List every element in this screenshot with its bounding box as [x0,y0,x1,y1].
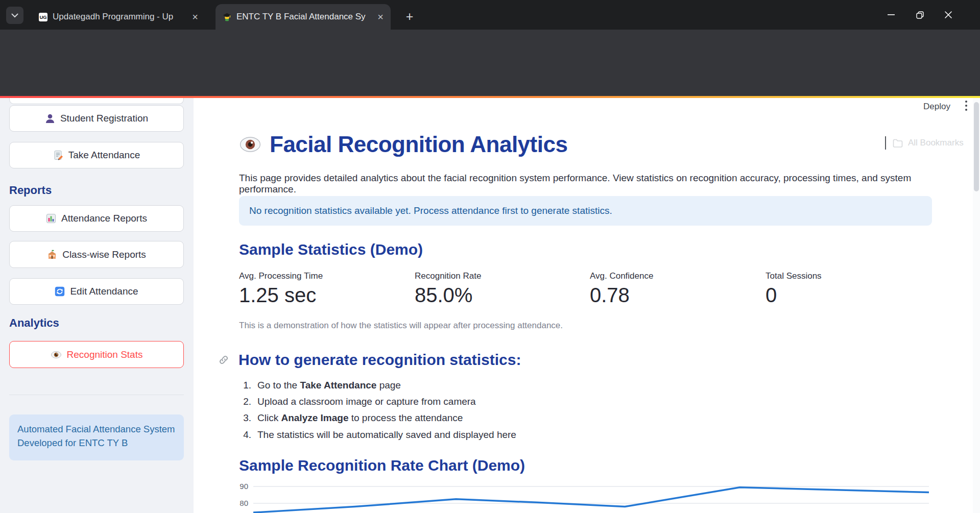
step-number: 1. [239,380,251,391]
stats-heading: Sample Statistics (Demo) [239,241,423,258]
sidebar-button-recognition-stats[interactable]: Recognition Stats [9,341,184,368]
sidebar-section-analytics: Analytics [9,316,178,330]
link-icon[interactable] [218,354,229,365]
page-title: Facial Recognition Analytics [270,132,567,157]
person-icon [45,113,55,124]
sidebar-button-student-registration[interactable]: Student Registration [9,105,184,132]
howto-heading-row: How to generate recognition statistics: [218,351,521,369]
step-number: 3. [239,412,251,424]
school-icon [47,250,57,260]
tab-updategadh[interactable]: UG Updategadh Programming - Up × [32,4,205,30]
sidebar-button-label: Attendance Reports [61,213,147,224]
window-close-button[interactable] [936,0,961,30]
metric-label: Total Sessions [766,271,934,281]
eye-icon [51,350,62,359]
sidebar-info-line1: Automated Facial Attendance System [17,423,176,436]
howto-heading: How to generate recognition statistics: [238,351,521,369]
memo-icon [53,150,63,160]
tab-close-icon[interactable]: × [192,12,198,22]
metric-value: 0.78 [590,284,758,307]
info-alert: No recognition statistics available yet.… [239,196,932,226]
deploy-button[interactable]: Deploy [923,100,950,113]
tab-title: ENTC TY B Facial Attendance Sy [236,12,372,22]
browser-tab-strip: UG Updategadh Programming - Up × ENTC TY… [0,0,980,30]
eye-title-icon [239,135,261,154]
graduate-favicon-icon [223,13,231,21]
metric-value: 85.0% [415,284,583,307]
sidebar-info-box: Automated Facial Attendance System Devel… [9,414,184,460]
tab-close-icon[interactable]: × [377,12,384,22]
tab-search-button[interactable] [6,7,23,24]
all-bookmarks-label: All Bookmarks [908,138,964,148]
bar-chart-icon [46,213,56,224]
bookmarks-separator [885,136,886,150]
close-icon [945,11,952,18]
folder-icon [893,139,903,148]
tab-title: Updategadh Programming - Up [53,12,187,22]
chart-y-tick-label: 90 [240,482,248,491]
window-minimize-button[interactable] [878,0,904,30]
sidebar-section-reports: Reports [9,184,178,197]
sidebar-button-take-attendance[interactable]: Take Attendance [9,142,184,168]
bookmarks-bar: All Bookmarks [0,63,980,96]
step-number: 2. [239,396,251,407]
all-bookmarks-button[interactable]: All Bookmarks [893,135,964,151]
demo-caption: This is a demonstration of how the stati… [239,321,563,331]
new-tab-button[interactable]: + [401,8,418,25]
metric-value: 1.25 sec [239,284,408,307]
chart-heading: Sample Recognition Rate Chart (Demo) [239,457,525,474]
window-restore-button[interactable] [907,0,933,30]
info-alert-text: No recognition statistics available yet.… [249,205,612,216]
chart-y-tick-label: 80 [240,499,248,507]
chevron-down-icon [11,13,18,18]
sidebar-button-label: Class-wise Reports [62,249,146,260]
screen: UG Updategadh Programming - Up × ENTC TY… [0,0,980,513]
sidebar-button-label: Recognition Stats [67,349,143,360]
restore-icon [916,11,924,19]
ug-favicon-icon: UG [39,13,47,21]
metric-label: Avg. Confidence [590,271,758,281]
howto-step: 1. Go to the Take Attendance page [239,380,401,391]
sidebar-info-line2: Developed for ENTC TY B [17,436,176,450]
sidebar-button-edit-attendance[interactable]: Edit Attendance [9,278,184,305]
howto-step: 4. The statistics will be automatically … [239,429,516,441]
metric-label: Recognition Rate [415,271,583,281]
refresh-icon [55,286,65,297]
recognition-rate-line-chart [253,482,929,513]
app-menu-button[interactable] [965,101,967,111]
sidebar-button-label: Student Registration [60,113,148,124]
sidebar-button-clipped[interactable] [9,98,184,104]
sidebar-button-attendance-reports[interactable]: Attendance Reports [9,205,184,232]
sidebar-button-classwise-reports[interactable]: Class-wise Reports [9,241,184,268]
sidebar-button-label: Take Attendance [68,150,140,161]
browser-toolbar: localhost:8501 I [0,30,980,63]
tab-facial-attendance[interactable]: ENTC TY B Facial Attendance Sy × [216,4,391,30]
chart-y-axis-ticks: 9080 [225,482,248,513]
sidebar-button-label: Edit Attendance [70,286,138,297]
metric-value: 0 [766,284,934,307]
sidebar-divider [9,395,184,395]
page-title-row: Facial Recognition Analytics [239,132,567,157]
minimize-icon [888,14,895,15]
scrollbar-thumb[interactable] [974,102,979,191]
step-number: 4. [239,429,251,441]
metric-label: Avg. Processing Time [239,271,408,281]
howto-step: 3. Click Analyze Image to process the at… [239,412,463,424]
intro-paragraph: This page provides detailed analytics ab… [239,173,932,195]
howto-step: 2. Upload a classroom image or capture f… [239,396,476,407]
